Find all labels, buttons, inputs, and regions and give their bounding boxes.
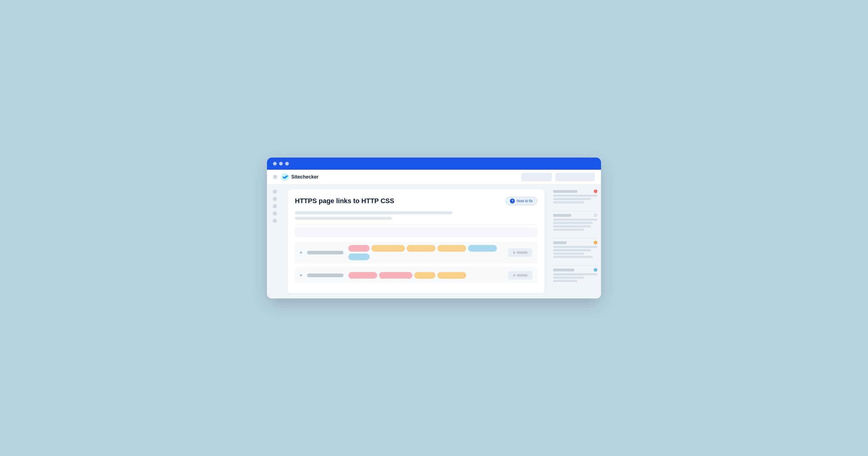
right-dot-blue — [594, 268, 597, 272]
how-to-fix-label: How to fix — [517, 199, 533, 203]
right-section-2 — [553, 214, 597, 232]
browser-titlebar — [267, 158, 601, 170]
section-divider — [295, 225, 537, 225]
right-row-3 — [553, 241, 597, 245]
sidebar-circle-5 — [273, 219, 277, 223]
action-bar — [517, 251, 528, 254]
row-indicator-2 — [300, 274, 302, 276]
page-title-row: HTTPS page links to HTTP CSS ? How to fi… — [295, 197, 537, 205]
help-icon: ? — [510, 199, 515, 203]
table-section-1 — [295, 241, 537, 264]
browser-body: HTTPS page links to HTTP CSS ? How to fi… — [267, 185, 601, 298]
navbar: Sitechecker — [267, 170, 601, 185]
action-dot-2 — [513, 274, 515, 276]
navbar-logo: Sitechecker — [281, 173, 318, 181]
sidebar-circle-1 — [273, 190, 277, 194]
rsb-4-1 — [553, 273, 597, 275]
sidebar-circle-3 — [273, 204, 277, 208]
right-dot-orange — [594, 241, 597, 245]
tag-blue-1 — [468, 245, 497, 252]
rsb-2-1 — [553, 219, 597, 221]
row-action-button-2[interactable] — [508, 271, 532, 280]
tag-pink-3 — [379, 272, 412, 279]
filter-bar — [295, 227, 537, 237]
tag-orange-3 — [437, 245, 466, 252]
rsb-1-3 — [553, 201, 584, 203]
action-dot — [513, 252, 515, 254]
page-title: HTTPS page links to HTTP CSS — [295, 197, 394, 205]
nav-button-2[interactable] — [556, 173, 595, 181]
browser-dot-1 — [273, 162, 277, 165]
browser-window: Sitechecker HTTPS page links to HTTP CSS — [267, 158, 601, 298]
right-row-4 — [553, 268, 597, 272]
rsb-1-1 — [553, 195, 597, 197]
tag-pink-2 — [348, 272, 377, 279]
rsb-2-3 — [553, 225, 591, 227]
rsb-1-2 — [553, 198, 591, 200]
browser-dot-2 — [279, 162, 283, 165]
tag-blue-2 — [348, 254, 370, 260]
rsb-3-3 — [553, 253, 584, 255]
row-tags-1 — [348, 245, 503, 260]
right-divider-1 — [553, 211, 597, 211]
rsb-3-4 — [553, 256, 593, 258]
tag-orange-5 — [437, 272, 466, 279]
table-row — [295, 241, 537, 264]
tag-pink-1 — [348, 245, 370, 252]
right-small-bars-4 — [553, 273, 597, 282]
right-row-1 — [553, 190, 597, 193]
rsb-3-1 — [553, 246, 597, 248]
tag-orange-2 — [407, 245, 436, 252]
tag-orange-1 — [371, 245, 405, 252]
rsb-2-2 — [553, 222, 593, 224]
subtitle-bar-2 — [295, 217, 392, 220]
right-small-bars-2 — [553, 219, 597, 231]
action-bar-2 — [517, 274, 528, 276]
nav-circle — [273, 175, 277, 179]
right-main-bar-2 — [553, 214, 571, 217]
right-divider-2 — [553, 238, 597, 238]
right-section-4 — [553, 268, 597, 283]
sidebar-left — [267, 185, 283, 298]
tag-orange-4 — [414, 272, 436, 279]
subtitle-bars — [295, 211, 537, 220]
right-row-2 — [553, 214, 597, 217]
right-divider-3 — [553, 265, 597, 266]
right-main-bar-1 — [553, 190, 577, 193]
rsb-2-4 — [553, 229, 584, 231]
right-small-bars-1 — [553, 195, 597, 203]
right-small-bars-3 — [553, 246, 597, 258]
right-section-3 — [553, 241, 597, 259]
right-main-bar-4 — [553, 269, 574, 271]
sidebar-circle-2 — [273, 197, 277, 201]
rsb-4-3 — [553, 280, 577, 282]
right-section-1 — [553, 190, 597, 205]
table-section-2 — [295, 267, 537, 284]
content-area: HTTPS page links to HTTP CSS ? How to fi… — [283, 185, 550, 298]
main-layout: HTTPS page links to HTTP CSS ? How to fi… — [283, 185, 601, 298]
browser-dot-3 — [285, 162, 289, 165]
how-to-fix-button[interactable]: ? How to fix — [505, 197, 537, 205]
rsb-3-2 — [553, 249, 591, 251]
sidebar-circle-4 — [273, 211, 277, 216]
subtitle-bar-1 — [295, 211, 453, 214]
row-action-button-1[interactable] — [508, 248, 532, 257]
logo-icon — [281, 173, 289, 181]
svg-point-0 — [281, 173, 289, 181]
right-main-bar-3 — [553, 241, 567, 244]
nav-button-1[interactable] — [522, 173, 552, 181]
table-row-2 — [295, 267, 537, 284]
row-label — [307, 251, 343, 254]
sidebar-right — [550, 185, 601, 298]
right-dot-red — [594, 190, 597, 193]
content-card: HTTPS page links to HTTP CSS ? How to fi… — [288, 190, 545, 294]
rsb-4-2 — [553, 276, 584, 279]
logo-text: Sitechecker — [291, 174, 318, 180]
row-tags-2 — [348, 272, 503, 279]
row-label-2 — [307, 273, 343, 277]
row-indicator — [300, 251, 302, 254]
right-dot-gray-1 — [594, 214, 597, 217]
